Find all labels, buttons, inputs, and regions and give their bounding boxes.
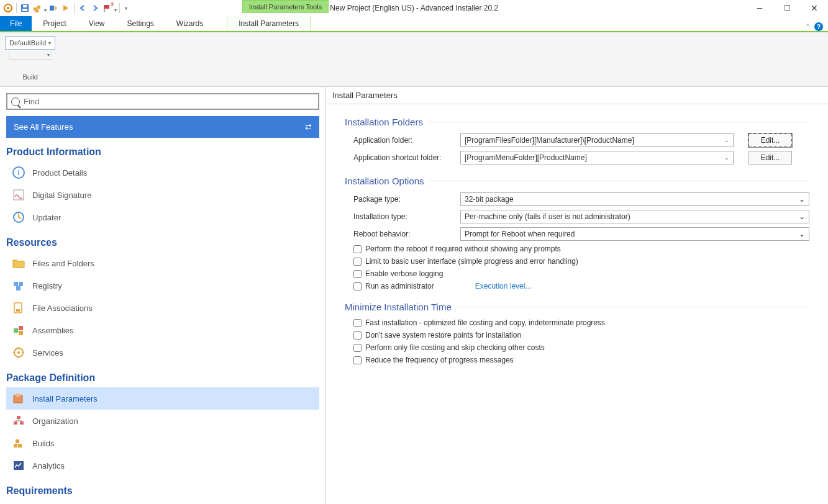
install-type-select[interactable]: Per-machine only (fails if user is not a… — [460, 210, 809, 223]
minimize-button[interactable]: ─ — [746, 0, 773, 16]
flag-icon[interactable]: 3 — [102, 2, 113, 14]
save-icon[interactable] — [19, 2, 30, 14]
svg-point-24 — [17, 351, 20, 354]
chk-run-admin[interactable] — [353, 282, 362, 290]
organization-icon — [11, 413, 26, 428]
chk-no-restore[interactable] — [353, 331, 362, 340]
dropdown-arrow-icon[interactable]: ▾ — [114, 7, 117, 13]
chk-perform-reboot-label: Perform the reboot if required without s… — [365, 245, 561, 253]
updater-icon — [11, 210, 26, 225]
sidebar-item-organization[interactable]: Organization — [6, 410, 319, 432]
tab-project[interactable]: Project — [32, 16, 77, 31]
signature-icon — [11, 187, 26, 202]
collapse-ribbon-icon[interactable]: ⌃ — [805, 23, 811, 31]
search-input-container[interactable] — [6, 93, 319, 110]
sidebar-group-requirements: Requirements — [6, 485, 319, 497]
package-type-label: Package type: — [353, 195, 460, 204]
section-minimize-time: Minimize Installation Time — [345, 302, 809, 312]
sidebar-item-digital-signature[interactable]: Digital Signature — [6, 184, 319, 206]
dropdown-arrow-icon: ⌄ — [724, 137, 729, 143]
maximize-button[interactable]: ☐ — [773, 0, 801, 16]
services-icon — [11, 345, 26, 360]
svg-rect-35 — [18, 444, 22, 448]
svg-rect-28 — [14, 421, 17, 425]
play-icon[interactable] — [60, 2, 71, 14]
dropdown-arrow-icon[interactable]: ▾ — [44, 7, 47, 13]
chk-file-costing-only[interactable] — [353, 344, 362, 352]
dropdown-arrow-icon: ⌄ — [799, 195, 805, 204]
tab-settings[interactable]: Settings — [116, 16, 165, 31]
sidebar-item-product-details[interactable]: i Product Details — [6, 161, 319, 184]
app-folder-combo[interactable]: [ProgramFilesFolder][Manufacturer]\[Prod… — [460, 133, 734, 147]
content-header: Install Parameters — [326, 87, 828, 104]
svg-rect-13 — [14, 190, 24, 200]
sidebar-item-install-parameters[interactable]: Install Parameters — [6, 387, 319, 410]
chk-file-costing-only-label: Perform only file costing and skip check… — [365, 343, 545, 352]
shortcut-folder-label: Application shortcut folder: — [353, 153, 460, 162]
tab-wizards[interactable]: Wizards — [165, 16, 214, 31]
file-assoc-icon — [11, 300, 26, 315]
svg-rect-4 — [23, 5, 27, 7]
svg-rect-16 — [19, 282, 23, 286]
sidebar-item-files-folders[interactable]: Files and Folders — [6, 252, 319, 274]
chk-limit-ui-label: Limit to basic user interface (simple pr… — [365, 257, 578, 266]
search-icon — [11, 97, 20, 106]
sidebar-item-analytics[interactable]: Analytics — [6, 454, 319, 477]
chk-perform-reboot[interactable] — [353, 245, 362, 253]
build-sub-dropdown[interactable]: ▾ — [9, 51, 52, 60]
shortcut-folder-combo[interactable]: [ProgramMenuFolder][ProductName] ⌄ — [460, 151, 734, 164]
tab-view[interactable]: View — [78, 16, 116, 31]
svg-rect-15 — [14, 282, 18, 286]
forward-icon[interactable] — [89, 2, 101, 14]
chk-verbose-logging[interactable] — [353, 270, 362, 278]
ribbon-group-build: DefaultBuild ▾ ▾ Build — [5, 36, 55, 82]
sidebar-item-services[interactable]: Services — [6, 341, 319, 364]
reboot-label: Reboot behavior: — [353, 230, 460, 238]
dropdown-arrow-icon: ⌄ — [799, 230, 805, 238]
tab-install-parameters[interactable]: Install Parameters — [227, 16, 311, 31]
see-all-label: See All Features — [14, 122, 73, 132]
build-selector[interactable]: DefaultBuild ▾ — [5, 36, 55, 50]
search-input[interactable] — [24, 97, 314, 106]
edit-app-folder-button[interactable]: Edit... — [748, 133, 792, 147]
close-button[interactable]: ✕ — [801, 0, 828, 16]
tab-file[interactable]: File — [0, 16, 32, 31]
reboot-select[interactable]: Prompt for Reboot when required ⌄ — [460, 227, 809, 241]
chk-limit-ui[interactable] — [353, 258, 362, 266]
svg-rect-17 — [16, 286, 20, 290]
execution-level-link[interactable]: Execution level... — [475, 282, 532, 290]
svg-rect-26 — [16, 394, 20, 397]
svg-rect-34 — [14, 444, 17, 448]
folder-icon — [11, 256, 26, 271]
svg-rect-8 — [50, 6, 54, 11]
sidebar-item-builds[interactable]: Builds — [6, 432, 319, 454]
build-icon[interactable] — [32, 2, 43, 14]
sidebar-item-prerequisites[interactable]: Prerequisites — [6, 500, 319, 504]
separator — [119, 3, 120, 13]
svg-rect-20 — [14, 328, 18, 333]
dropdown-arrow-icon: ▾ — [48, 40, 51, 46]
svg-rect-9 — [104, 5, 109, 9]
section-installation-folders: Installation Folders — [345, 117, 809, 127]
see-all-features-button[interactable]: See All Features ⇄ — [6, 116, 319, 138]
chk-reduce-progress[interactable] — [353, 356, 362, 364]
sidebar-item-file-associations[interactable]: File Associations — [6, 297, 319, 319]
dropdown-arrow-icon: ⌄ — [724, 155, 729, 161]
shortcut-folder-value: [ProgramMenuFolder][ProductName] — [465, 153, 587, 162]
svg-point-1 — [7, 7, 9, 9]
sidebar-group-product-information: Product Information — [6, 146, 319, 158]
app-folder-label: Application folder: — [353, 136, 460, 145]
svg-rect-19 — [16, 309, 20, 312]
help-icon[interactable]: ? — [814, 22, 823, 31]
package-type-select[interactable]: 32-bit package ⌄ — [460, 192, 809, 206]
sidebar-item-registry[interactable]: Registry — [6, 274, 319, 297]
edit-shortcut-folder-button[interactable]: Edit... — [748, 151, 792, 164]
sidebar-item-updater[interactable]: Updater — [6, 206, 319, 228]
back-icon[interactable] — [77, 2, 88, 14]
chk-verbose-logging-label: Enable verbose logging — [365, 269, 443, 278]
install-type-value: Per-machine only (fails if user is not a… — [465, 212, 630, 221]
chk-fast-install[interactable] — [353, 319, 362, 327]
sidebar-item-assemblies[interactable]: Assemblies — [6, 319, 319, 341]
chk-run-admin-label: Run as administrator — [365, 282, 434, 290]
run-icon[interactable] — [48, 2, 59, 14]
